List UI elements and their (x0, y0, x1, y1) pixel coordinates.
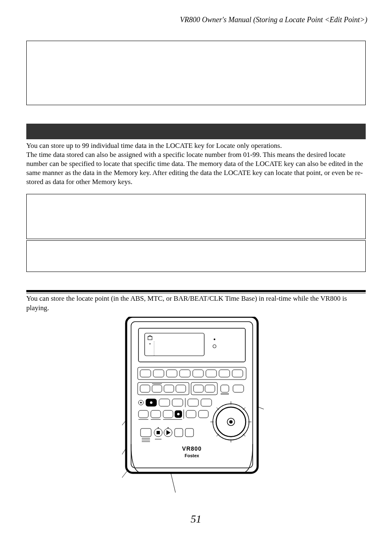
realtime-paragraph: You can store the locate point (in the A… (26, 293, 366, 312)
svg-rect-20 (206, 370, 217, 377)
svg-rect-34 (233, 385, 244, 392)
svg-rect-16 (153, 370, 164, 377)
device-brand-text: Fostex (184, 453, 199, 458)
svg-point-36 (140, 402, 142, 403)
svg-rect-17 (166, 370, 177, 377)
svg-rect-25 (152, 385, 162, 392)
intro-rest: The time data stored can also be assigne… (26, 151, 363, 186)
svg-rect-15 (140, 370, 151, 377)
svg-rect-44 (138, 410, 148, 418)
top-box (26, 41, 366, 105)
svg-rect-42 (188, 399, 198, 406)
svg-point-73 (158, 427, 159, 428)
svg-rect-54 (198, 410, 208, 418)
svg-rect-39 (159, 399, 170, 406)
svg-point-38 (150, 401, 152, 404)
svg-point-10 (150, 343, 151, 344)
mid-box-1 (26, 194, 366, 239)
svg-rect-31 (205, 385, 215, 392)
section-rule (26, 290, 366, 292)
svg-rect-19 (193, 370, 203, 377)
svg-rect-53 (186, 410, 196, 418)
svg-rect-27 (164, 385, 174, 392)
svg-rect-22 (232, 370, 243, 377)
device-model-text: VR800 (182, 445, 202, 452)
svg-rect-40 (172, 399, 183, 406)
svg-rect-79 (185, 428, 194, 437)
svg-point-50 (177, 413, 180, 415)
svg-rect-48 (163, 410, 173, 418)
intro-line1: You can store up to 99 individual time d… (26, 142, 282, 150)
svg-rect-21 (219, 370, 230, 377)
svg-point-12 (214, 339, 215, 340)
svg-rect-28 (176, 385, 186, 392)
svg-rect-30 (194, 385, 203, 392)
mid-box-2 (26, 240, 366, 272)
svg-rect-67 (141, 428, 151, 437)
svg-point-77 (168, 427, 168, 428)
svg-rect-46 (151, 410, 161, 418)
svg-rect-8 (145, 333, 204, 356)
svg-rect-78 (175, 428, 183, 437)
section-bar (26, 124, 366, 139)
svg-rect-32 (221, 385, 229, 392)
svg-rect-18 (180, 370, 190, 377)
page-header: VR800 Owner's Manual (Storing a Locate P… (25, 16, 367, 24)
intro-paragraph: You can store up to 99 individual time d… (26, 141, 366, 187)
page-number: 51 (0, 513, 392, 525)
svg-rect-43 (201, 399, 212, 406)
svg-rect-72 (157, 431, 160, 434)
svg-rect-24 (140, 385, 150, 392)
device-illustration: VR800 Fostex (25, 317, 367, 493)
svg-point-66 (229, 420, 233, 424)
